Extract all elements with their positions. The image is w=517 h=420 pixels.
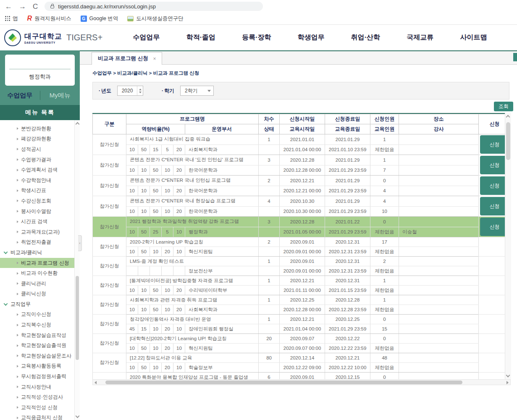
menu-item-분반강좌현황[interactable]: 분반강좌현황: [0, 123, 80, 134]
menu-item-학생시간표[interactable]: 학생시간표: [0, 186, 80, 196]
menu-item-학교현장실습출석원[interactable]: 학교현장실습출석원: [0, 340, 80, 351]
nav-item-수업업무[interactable]: 수업업무: [133, 33, 160, 42]
menu-item-수업평가결과[interactable]: 수업평가결과: [0, 155, 80, 165]
category-cell[interactable]: [93, 373, 126, 380]
scroll-up-icon[interactable]: [76, 122, 80, 126]
program-name-cell[interactable]: 사회복지사 1급 시험대비 집중 워크숍: [126, 134, 259, 145]
category-cell[interactable]: 참가신청: [93, 257, 126, 276]
dept-cell[interactable]: 한국어문학과: [185, 206, 259, 217]
category-cell[interactable]: 참가신청: [93, 217, 126, 237]
tab-program-apply[interactable]: 비교과 프로그램 신청 ×: [92, 52, 162, 65]
nav-item-사이트맵[interactable]: 사이트맵: [460, 33, 487, 42]
program-row[interactable]: 참가신청2021 행정학과 학과밀착형 취업역량 강화 프로그램32020.12…: [93, 217, 511, 227]
program-row-detail[interactable]: 1010501020한국어문학과2020.12.21 00:002021.01.…: [93, 186, 511, 196]
program-name-cell[interactable]: 콘텐츠 전문가 C*ENTER 국내 현장실습 프로그램: [126, 196, 259, 207]
program-row[interactable]: 참가신청청각장애인통역사 자격증 대비반 운영12020.12.212020.1…: [93, 315, 511, 324]
menu-item-폐강강좌현황[interactable]: 폐강강좌현황: [0, 134, 80, 144]
category-cell[interactable]: 참가신청: [93, 155, 126, 176]
program-name-cell[interactable]: 2020 특화분야 융복합 인재양성 프로그램 - 동문 졸업생: [126, 373, 259, 380]
category-cell[interactable]: 참가신청: [93, 134, 126, 155]
program-row-detail[interactable]: 정보전산부2020.09.01 00:002020.12.31 23:59제한없…: [93, 266, 511, 276]
search-button[interactable]: 조회: [494, 102, 513, 111]
program-row-detail[interactable]: 1010501020사회복지학과2020.12.28 00:002020.12.…: [93, 305, 511, 315]
program-row-detail[interactable]: 1050102010혁신지원팀2020.09.07 00:002020.12.2…: [93, 344, 511, 353]
semester-select[interactable]: 2학기: [180, 86, 214, 96]
menu-item-클리닉신청[interactable]: 클리닉신청: [0, 289, 80, 299]
menu-item-교직사정안내[interactable]: 교직사정안내: [0, 382, 80, 392]
dept-cell[interactable]: 한국어문학과: [185, 165, 259, 176]
year-spinner[interactable]: [137, 86, 143, 95]
program-name-cell[interactable]: 2021 행정학과 학과밀착형 취업역량 강화 프로그램: [126, 217, 259, 227]
menu-item-교육봉사활동등록[interactable]: 교육봉사활동등록: [0, 361, 80, 372]
menu-item-수업계획서 검색[interactable]: 수업계획서 검색: [0, 165, 80, 175]
menu-item-비교과 이수현황[interactable]: 비교과 이수현황: [0, 268, 80, 278]
menu-item-시간표 검색[interactable]: 시간표 검색: [0, 216, 80, 227]
nav-item-학적졸업[interactable]: 학적·졸업: [186, 33, 215, 42]
program-row-detail[interactable]: 1010501020한국어문학과2020.12.28 00:002021.01.…: [93, 165, 511, 176]
category-cell[interactable]: 참가신청: [93, 237, 126, 257]
dept-cell[interactable]: 학술정보부: [185, 363, 259, 373]
program-row[interactable]: 참가신청콘텐츠 전문가 C*ENTER 국내 인턴십 프로그램22020.12.…: [93, 176, 511, 186]
back-icon[interactable]: ←: [5, 3, 12, 10]
dept-cell[interactable]: 한국어문학과: [185, 186, 259, 196]
menu-item-교직적성·인성검사[interactable]: 교직적성·인성검사: [0, 392, 80, 402]
dept-cell[interactable]: 수리빅데이터학부: [185, 286, 259, 295]
grid-scroll-down-icon[interactable]: [506, 373, 510, 378]
grid-scroll-right-icon[interactable]: [507, 381, 509, 384]
program-row[interactable]: 참가신청[12.22] 창파도서관 이용 교육802020.12.142020.…: [93, 353, 511, 363]
program-name-cell[interactable]: [대학혁신]2020-2학기 Learning UP! 학습코칭: [126, 334, 259, 344]
menu-item-수강학점안내[interactable]: 수강학점안내: [0, 175, 80, 186]
program-name-cell[interactable]: [12.22] 창파도서관 이용 교육: [126, 353, 259, 363]
category-cell[interactable]: 참가신청: [93, 334, 126, 353]
grid-vertical-scrollbar[interactable]: [505, 113, 511, 379]
menu-item-취업전자출결[interactable]: 취업전자출결: [0, 237, 80, 248]
program-row[interactable]: 참가신청[통계빅데이터전공] 방학집중형 자격증 프로그램12020.12.21…: [93, 276, 511, 286]
grid-horizontal-scrollbar[interactable]: [92, 379, 511, 385]
dept-cell[interactable]: 혁신지원팀: [185, 344, 259, 353]
category-cell[interactable]: 참가신청: [93, 176, 126, 196]
program-row[interactable]: 2020 특화분야 융복합 인재양성 프로그램 - 동문 졸업생62020.09…: [93, 373, 511, 380]
program-row[interactable]: 참가신청LMS-줌 계정 확인 테스트12020.09.012020.12.31…: [93, 257, 511, 266]
menu-item-수강신청조회[interactable]: 수강신청조회: [0, 196, 80, 206]
menu-item-교직응급처지 신청[interactable]: 교직응급처지 신청: [0, 413, 80, 420]
program-name-cell[interactable]: 2020-2학기 Learning UP 학습코칭: [126, 237, 259, 247]
program-row[interactable]: 참가신청사회복지학과 관련 자격증 취득 프로그램12020.12.252020…: [93, 295, 511, 305]
scroll-down-icon[interactable]: [76, 414, 80, 418]
program-row-detail[interactable]: 1050102010학술정보부2020.12.22 09:002020.12.2…: [93, 363, 511, 373]
bookmark-apps[interactable]: 앱: [5, 15, 18, 22]
program-row-detail[interactable]: 4515102010장애인위원회 행정실2021.01.04 00:002021…: [93, 324, 511, 334]
category-cell[interactable]: 참가신청: [93, 353, 126, 373]
program-name-cell[interactable]: 콘텐츠 전문가 C*ENTER 국내 '도전 인턴십' 프로그램: [126, 155, 259, 165]
menu-item-학교현장실습표작성[interactable]: 학교현장실습표작성: [0, 330, 80, 341]
dept-cell[interactable]: 정보전산부: [185, 266, 259, 276]
category-cell[interactable]: 참가신청: [93, 196, 126, 217]
dept-cell[interactable]: 장애인위원회 행정실: [185, 324, 259, 334]
refresh-icon[interactable]: C: [33, 3, 38, 10]
program-row-detail[interactable]: 1050102010혁신지원팀2020.09.01 00:002020.12.3…: [93, 247, 511, 257]
sidebar-tab-mymenu[interactable]: My메뉴: [40, 92, 80, 100]
nav-item-국제교류[interactable]: 국제교류: [407, 33, 433, 42]
menu-item-교직이수신청[interactable]: 교직이수신청: [0, 310, 80, 320]
program-row-detail[interactable]: 105015520사회복지학과2021.01.04 00:002021.01.1…: [93, 144, 511, 155]
program-row[interactable]: 참가신청[대학혁신]2020-2학기 Learning UP! 학습코칭2020…: [93, 334, 511, 344]
menu-item-클리닉관리[interactable]: 클리닉관리: [0, 278, 80, 289]
program-row-detail[interactable]: 1010501020수리빅데이터학부2021.01.11 00:002021.0…: [93, 286, 511, 295]
dept-cell[interactable]: 사회복지학과: [185, 144, 259, 155]
university-logo[interactable]: 대구대학교 DAEGU UNIVERSITY TIGERS+: [4, 29, 107, 46]
program-row-detail[interactable]: 105025510행정학과2021.01.05 00:002021.01.29 …: [93, 227, 511, 237]
dept-cell[interactable]: 행정학과: [185, 227, 259, 237]
menu-item-무시험검정원서출력[interactable]: 무시험검정원서출력: [0, 371, 80, 382]
sidebar-collapse-handle[interactable]: ‹: [78, 235, 82, 251]
program-row[interactable]: 참가신청사회복지사 1급 시험대비 집중 워크숍12021.01.012021.…: [93, 134, 511, 145]
program-name-cell[interactable]: LMS-줌 계정 확인 테스트: [126, 257, 259, 266]
category-cell[interactable]: 참가신청: [93, 295, 126, 315]
category-cell[interactable]: 참가신청: [93, 276, 126, 295]
sidebar-scrollbar[interactable]: [74, 120, 80, 420]
menu-item-봉사이수열람[interactable]: 봉사이수열람: [0, 206, 80, 217]
forward-icon[interactable]: →: [19, 3, 26, 10]
program-row[interactable]: 참가신청콘텐츠 전문가 C*ENTER 국내 '도전 인턴십' 프로그램3202…: [93, 155, 511, 165]
program-row-detail[interactable]: 1010501020한국어문학과2020.10.30 00:002021.01.…: [93, 206, 511, 217]
nav-item-학생업무[interactable]: 학생업무: [298, 33, 325, 42]
year-input[interactable]: 2020: [117, 86, 143, 96]
nav-item-등록장학[interactable]: 등록·장학: [242, 33, 271, 42]
